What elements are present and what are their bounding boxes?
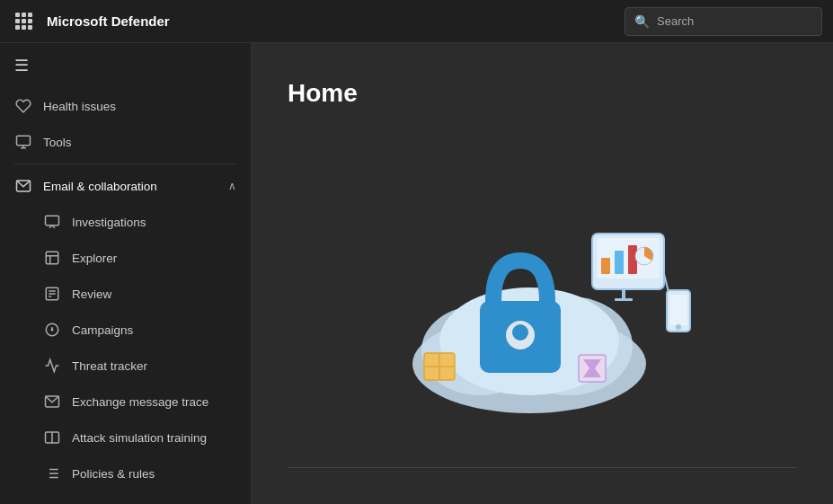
svg-rect-5 <box>46 252 58 264</box>
explorer-icon <box>43 249 61 267</box>
exchange-icon <box>43 393 61 411</box>
sidebar-hamburger-button[interactable]: ☰ <box>0 43 251 88</box>
svg-rect-41 <box>669 295 687 325</box>
investigations-icon <box>43 213 61 231</box>
header: Microsoft Defender 🔍 Search <box>0 0 833 43</box>
sidebar-label-email-collaboration: Email & collaboration <box>43 180 217 193</box>
svg-rect-4 <box>46 216 59 225</box>
svg-point-42 <box>676 324 681 330</box>
sidebar-item-exchange-message-trace[interactable]: Exchange message trace <box>0 384 251 420</box>
sidebar-item-threat-tracker[interactable]: Threat tracker <box>0 348 251 384</box>
sidebar-label-exchange-message-trace: Exchange message trace <box>72 395 236 409</box>
sidebar-label-threat-tracker: Threat tracker <box>72 359 236 373</box>
sidebar-label-review: Review <box>72 287 236 301</box>
sidebar-label-campaigns: Campaigns <box>72 323 236 337</box>
svg-rect-33 <box>601 258 610 274</box>
threat-tracker-icon <box>43 357 61 375</box>
search-label: Search <box>657 14 694 28</box>
hero-illustration <box>390 184 696 418</box>
sidebar: ☰ Health issues Tools <box>0 43 252 504</box>
waffle-icon <box>15 13 32 30</box>
sidebar-item-policies-rules[interactable]: Policies & rules <box>0 455 251 491</box>
sidebar-item-explorer[interactable]: Explorer <box>0 240 251 276</box>
review-icon <box>43 285 61 303</box>
svg-rect-37 <box>622 289 625 298</box>
sidebar-label-policies-rules: Policies & rules <box>72 467 236 481</box>
sidebar-item-investigations[interactable]: Investigations <box>0 204 251 240</box>
waffle-button[interactable] <box>11 9 36 34</box>
sidebar-item-attack-simulation-training[interactable]: Attack simulation training <box>0 420 251 455</box>
sidebar-item-review[interactable]: Review <box>0 276 251 312</box>
sidebar-label-health-issues: Health issues <box>43 100 236 113</box>
sidebar-item-health-issues[interactable]: Health issues <box>0 88 251 124</box>
content-area: Home <box>252 43 833 504</box>
search-icon: 🔍 <box>634 14 650 29</box>
attack-simulation-icon <box>43 429 61 447</box>
sidebar-item-campaigns[interactable]: Campaigns <box>0 312 251 348</box>
svg-rect-38 <box>615 298 633 301</box>
campaigns-icon <box>43 321 61 339</box>
main-layout: ☰ Health issues Tools <box>0 43 833 504</box>
sidebar-label-investigations: Investigations <box>72 216 236 229</box>
sidebar-label-attack-simulation-training: Attack simulation training <box>72 431 236 445</box>
email-icon <box>14 177 32 195</box>
sidebar-item-tools[interactable]: Tools <box>0 124 251 160</box>
page-title: Home <box>288 79 797 108</box>
svg-point-14 <box>51 329 53 331</box>
heart-icon <box>14 97 32 115</box>
search-box[interactable]: 🔍 Search <box>625 7 822 36</box>
chevron-up-icon: ∧ <box>228 180 236 192</box>
content-divider <box>288 467 797 468</box>
sidebar-label-explorer: Explorer <box>72 252 236 265</box>
policies-icon <box>43 464 61 482</box>
tools-icon <box>14 133 32 151</box>
svg-rect-34 <box>615 251 624 274</box>
sidebar-divider-1 <box>14 164 236 164</box>
app-title: Microsoft Defender <box>47 13 614 29</box>
svg-point-30 <box>512 324 528 340</box>
sidebar-label-tools: Tools <box>43 136 236 149</box>
svg-rect-0 <box>17 136 31 146</box>
sidebar-item-email-collaboration[interactable]: Email & collaboration ∧ <box>0 168 251 204</box>
illustration-area <box>288 135 797 467</box>
